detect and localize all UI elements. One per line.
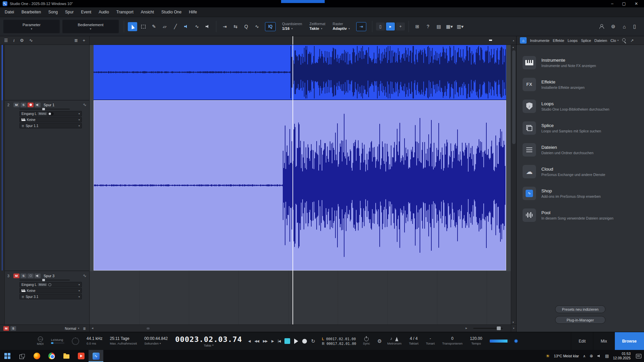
take-select[interactable]: ≣ Spur 3.1 ▾ <box>19 294 82 299</box>
eraser-tool-button[interactable]: ▱ <box>160 22 169 31</box>
input-quantize-button[interactable]: IQ <box>265 22 276 31</box>
autoscroll-off-button[interactable]: ▯ <box>376 22 385 31</box>
studio-one-taskbar-icon[interactable]: ∿ <box>89 350 103 362</box>
tempo-control[interactable]: 120.00 Tempo <box>470 337 482 346</box>
solo-button[interactable]: S <box>20 103 26 107</box>
browser-item-splice[interactable]: Splice Loops und Samples mit Splice such… <box>517 117 644 139</box>
automation-icon[interactable]: ∿ <box>29 38 33 43</box>
mute-tool-button[interactable] <box>181 22 191 31</box>
menu-studio-one[interactable]: Studio One <box>161 10 181 14</box>
end-marker[interactable] <box>489 40 492 41</box>
input-monitor-toggle[interactable] <box>48 283 51 286</box>
vertical-scrollbar[interactable]: ▴ ▾ <box>511 45 516 324</box>
edit-view-button[interactable]: Edit <box>571 332 593 350</box>
tab-cloud[interactable]: Clo <box>610 39 616 43</box>
quantize-setting[interactable]: Quantisieren 1/16▾ <box>282 22 302 32</box>
zoom-corner[interactable]: ▾ <box>511 325 516 332</box>
firefox-taskbar-icon[interactable] <box>30 350 44 362</box>
track-list-icon[interactable]: ≣ <box>74 38 78 43</box>
search-icon[interactable] <box>622 38 627 43</box>
close-button[interactable]: ✕ <box>635 1 638 6</box>
global-mute-button[interactable]: M <box>3 326 9 331</box>
audio-clip-track-1[interactable] <box>94 45 506 100</box>
add-track-button[interactable]: + <box>83 38 85 43</box>
next-bar-button[interactable]: ▶ <box>271 339 274 343</box>
menu-hilfe[interactable]: Hilfe <box>189 10 197 14</box>
action-center-icon[interactable] <box>636 354 641 358</box>
menu-song[interactable]: Song <box>48 10 58 14</box>
audio-clip-track-2[interactable] <box>94 100 506 270</box>
mix-view-button[interactable]: Mix <box>593 332 614 350</box>
scrollbar-thumb[interactable] <box>147 327 150 329</box>
help-button[interactable]: ? <box>423 22 433 31</box>
metronome-icon[interactable] <box>395 337 398 341</box>
record-arm-button[interactable] <box>28 103 34 107</box>
tab-home[interactable]: ⌂ <box>520 37 527 44</box>
timeline-ruler[interactable] <box>90 36 511 45</box>
menu-bearbeiten[interactable]: Bearbeiten <box>21 10 41 14</box>
user-account-icon[interactable] <box>599 24 604 29</box>
mute-button[interactable]: M <box>13 103 19 107</box>
browser-item-dateien[interactable]: Dateien Dateien und Ordner durchsuchen <box>517 139 644 161</box>
overview-rail[interactable] <box>0 45 5 324</box>
inspector-icon[interactable]: i <box>13 38 15 43</box>
global-solo-button[interactable]: S <box>10 326 16 331</box>
tab-loops[interactable]: Loops <box>568 39 578 43</box>
instrument-select[interactable]: Keine ▾ <box>19 117 82 122</box>
timestretch-button[interactable]: ⇥ <box>220 22 229 31</box>
scroll-up-corner[interactable]: ▴ <box>511 36 516 45</box>
key-signature[interactable]: - Tonart <box>426 337 435 346</box>
bend-tool-button[interactable]: ∿ <box>192 22 202 31</box>
parameter-dropdown[interactable]: Parameter▾ <box>3 20 60 33</box>
transpose-control[interactable]: 0 Transponieren <box>442 337 463 346</box>
grid-view-button[interactable]: ▦▾ <box>445 22 454 31</box>
browser-item-instrumente[interactable]: Instrumente Instrumente und Note FX anze… <box>517 52 644 73</box>
clock[interactable]: 01:53 12.09.2025 <box>613 352 631 360</box>
instrument-select[interactable]: Keine ▾ <box>19 288 82 293</box>
arrangement-lanes[interactable] <box>90 45 511 324</box>
solo-button[interactable]: S <box>20 274 26 278</box>
split-tool-button[interactable]: ╱ <box>171 22 180 31</box>
record-arm-button[interactable] <box>28 274 34 278</box>
task-view-button[interactable] <box>15 350 30 362</box>
track-name[interactable]: Spur 1 <box>44 103 54 107</box>
prev-bar-button[interactable]: ◀ <box>248 339 251 343</box>
menu-ansicht[interactable]: Ansicht <box>141 10 154 14</box>
menu-datei[interactable]: Datei <box>5 10 14 14</box>
slip-button[interactable]: ⇆ <box>231 22 240 31</box>
horizontal-scrollbar[interactable]: ◂ ▸ <box>90 325 511 332</box>
bend-marker-button[interactable]: ∿ <box>252 22 262 31</box>
quantize-button[interactable]: Q <box>241 22 251 31</box>
explorer-taskbar-icon[interactable] <box>59 350 74 362</box>
browser-item-pool[interactable]: Pool In diesem Song verwendete Dateien a… <box>517 204 644 226</box>
listen-tool-button[interactable] <box>203 22 212 31</box>
range-tool-button[interactable] <box>139 22 148 31</box>
timeformat-setting[interactable]: Zeitformat Takte▾ <box>310 22 325 32</box>
rewind-button[interactable]: ◀◀ <box>254 339 259 343</box>
main-time-display[interactable]: 00023.02.03.74 Takte▾ <box>175 335 242 347</box>
sync-toggle[interactable]: Sync <box>363 337 370 346</box>
snap-toggle-button[interactable]: ⇥ <box>356 22 366 31</box>
volume-slider[interactable] <box>19 280 70 281</box>
browser-item-cloud[interactable]: ☁ Cloud PreSonus Exchange und andere Die… <box>517 161 644 182</box>
volume-slider[interactable] <box>19 109 70 110</box>
menu-audio[interactable]: Audio <box>99 10 109 14</box>
support-icon[interactable]: ⊚ <box>611 23 615 29</box>
keyboard-layout-icon[interactable]: ▤ <box>605 354 609 358</box>
track-list-menu-icon[interactable]: ☰ <box>4 38 8 43</box>
home-icon[interactable]: ⌂ <box>623 24 626 29</box>
show-hidden-icons-chevron[interactable]: ∧ <box>583 354 586 358</box>
autoscroll-button[interactable]: ▸ <box>386 22 395 31</box>
record-button[interactable] <box>302 339 307 344</box>
chrome-taskbar-icon[interactable] <box>44 350 59 362</box>
input-monitor-toggle[interactable] <box>48 112 54 115</box>
bedienelement-dropdown[interactable]: Bedienelement▾ <box>62 20 119 33</box>
start-button[interactable] <box>0 350 15 362</box>
snap-setting[interactable]: Raster Adaptiv▾ <box>333 22 350 32</box>
arrow-tool-button[interactable] <box>128 22 137 31</box>
pencil-tool-button[interactable]: ✎ <box>149 22 159 31</box>
loop-locators[interactable]: L00017.02.01.00 R00017.02.01.00 <box>322 337 356 346</box>
browser-item-shop[interactable]: ∿ Shop Add-ons im PreSonus-Shop erwerben <box>517 182 644 204</box>
tab-instrumente[interactable]: Instrumente <box>530 39 549 43</box>
input-select[interactable]: Eingang L Mono ▾ <box>19 282 82 287</box>
